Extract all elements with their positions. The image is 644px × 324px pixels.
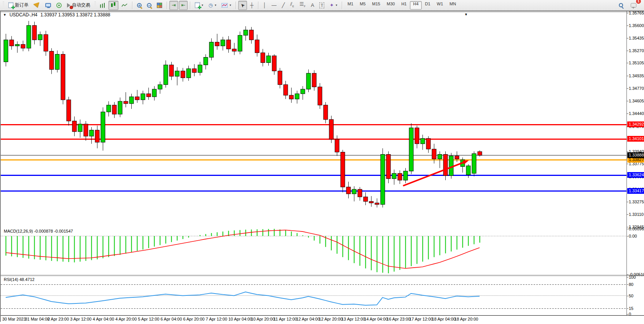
horizontal-line-button[interactable]: — [269, 1, 279, 10]
terminal-button[interactable] [43, 1, 53, 10]
chart-title: ▼ USDCAD-,H4 1.33937 1.33953 1.33872 1.3… [3, 12, 110, 18]
price-tick-label: 1.35600 [629, 23, 644, 28]
time-tick-label: 12 Apr 04:00 [296, 317, 320, 321]
axis-tick [626, 38, 628, 38]
price-tick-label: 1.34770 [629, 86, 644, 91]
zoom-out-button[interactable]: − [145, 1, 154, 10]
time-tick-label: 4 Apr 04:00 [93, 317, 114, 321]
tile-windows-button[interactable] [155, 1, 164, 10]
timeframe-button-w1[interactable]: W1 [434, 1, 446, 10]
zoom-out-icon: − [147, 3, 151, 8]
bar-chart-button[interactable] [98, 1, 108, 10]
tile-windows-icon [157, 3, 162, 8]
axis-tick [626, 284, 628, 285]
macd-pane[interactable] [1, 228, 644, 275]
templates-button[interactable]: ▾ [219, 1, 233, 10]
level-price-badge: 1.34101 [627, 136, 644, 142]
crosshair-button[interactable]: ┼ [248, 1, 256, 10]
macd-label: MACD(12,26,9) -0.000878 -0.001547 [4, 229, 73, 233]
arrows-icon: ✦ [330, 3, 334, 8]
gold-icon [33, 2, 41, 8]
axis-tick [626, 88, 628, 89]
cursor-icon: ➤ [239, 2, 246, 9]
text-label-icon: T [319, 2, 324, 8]
fibonacci-button[interactable]: ☰F [297, 1, 308, 10]
signal-icon [56, 3, 62, 8]
timeframe-button-mn[interactable]: MN [446, 1, 459, 10]
trendline-icon: ╱ [282, 3, 285, 8]
text-label-button[interactable]: T [317, 1, 327, 10]
price-tick-label: 1.35270 [629, 48, 644, 53]
vertical-line-button[interactable]: │ [261, 1, 268, 10]
auto-scroll-button[interactable]: ⇥ [169, 1, 178, 10]
clock-icon: ◷ [209, 3, 213, 8]
gold-button[interactable] [32, 1, 42, 10]
rsi-pane[interactable] [1, 276, 644, 315]
line-chart-button[interactable] [119, 1, 130, 10]
price-axis-line [626, 11, 627, 315]
candlestick-chart-button[interactable] [108, 1, 118, 10]
axis-tick [626, 214, 628, 215]
autotrade-button[interactable]: 自动交易 [65, 1, 92, 10]
timeframe-button-m1[interactable]: M1 [344, 1, 356, 10]
equidistant-channel-icon: ⫽E [290, 2, 294, 9]
toolbar-grip[interactable] [94, 2, 96, 9]
chevron-down-icon: ▾ [230, 3, 231, 7]
axis-tick [626, 314, 628, 314]
indicators-icon [195, 2, 200, 8]
chart-window[interactable]: ▼ USDCAD-,H4 1.33937 1.33953 1.33872 1.3… [0, 11, 644, 322]
timeframe-button-h4[interactable]: H4 [410, 1, 421, 10]
chart-shift-icon: ⇤ [181, 3, 185, 8]
axis-tick [626, 229, 628, 229]
notifications-button[interactable]: 1 [628, 1, 639, 10]
zoom-in-button[interactable]: + [135, 1, 144, 10]
chevron-down-icon: ▾ [202, 3, 203, 7]
ohlc-values: 1.33937 1.33953 1.33872 1.33888 [40, 12, 110, 18]
time-tick-label: 13 Apr 12:00 [341, 317, 365, 321]
autotrade-icon [67, 3, 70, 8]
cursor-button[interactable]: ➤ [238, 1, 247, 10]
axis-tick [626, 101, 628, 101]
timeframe-button-m5[interactable]: M5 [357, 1, 368, 10]
time-tick-label: 6 Apr 20:00 [183, 317, 204, 321]
time-tick-label: 10 Apr 04:00 [228, 317, 252, 321]
time-tick-label: 6 Apr 04:00 [161, 317, 182, 321]
line-chart-icon [121, 3, 128, 8]
signal-button[interactable] [54, 1, 64, 10]
new-order-button[interactable]: 新订单 [6, 1, 31, 10]
price-tick-label: 1.35105 [629, 61, 644, 65]
text-button[interactable]: A [309, 1, 317, 10]
chevron-down-icon[interactable]: ▼ [3, 13, 6, 17]
axis-tick [626, 164, 628, 164]
arrows-button[interactable]: ✦▾ [327, 1, 340, 10]
axis-tick [626, 63, 628, 63]
time-tick-label: 12 Apr 20:00 [319, 317, 343, 321]
search-button[interactable] [617, 1, 625, 10]
svg-text:▼: ▼ [464, 13, 468, 16]
periods-button[interactable]: ◷▾ [206, 1, 218, 10]
trendline-button[interactable]: ╱ [279, 1, 287, 10]
new-order-label: 新订单 [15, 2, 29, 8]
toolbar-grip[interactable] [3, 2, 4, 9]
timeframe-button-d1[interactable]: D1 [422, 1, 434, 10]
axis-tick [626, 152, 628, 152]
current-price-badge: 1.33888 [627, 152, 644, 158]
timeframe-button-m30[interactable]: M30 [384, 1, 398, 10]
equidistant-channel-button[interactable]: ⫽E [288, 1, 296, 10]
price-tick-label: 1.34440 [629, 111, 644, 116]
vertical-line-icon: │ [263, 3, 266, 8]
macd-scale-label: 0.000962 [629, 227, 644, 231]
chart-shift-button[interactable]: ⇤ [179, 1, 188, 10]
rsi-scale-label: 80 [629, 282, 633, 287]
time-tick-label: 5 Apr 12:00 [138, 317, 159, 321]
time-tick-label: 31 Mar 04:00 [25, 317, 49, 321]
price-pane[interactable]: ▼ [1, 11, 644, 227]
axis-tick [626, 227, 628, 227]
axis-tick [626, 308, 628, 309]
timeframe-button-m15[interactable]: M15 [369, 1, 383, 10]
timeframe-button-h1[interactable]: H1 [398, 1, 410, 10]
candlestick-chart-icon [111, 2, 116, 8]
time-axis[interactable]: 30 Mar 202331 Mar 04:002 Apr 23:003 Apr … [1, 315, 644, 322]
rsi-scale-label: 50 [629, 294, 633, 298]
indicators-button[interactable]: ▾ [193, 1, 206, 10]
